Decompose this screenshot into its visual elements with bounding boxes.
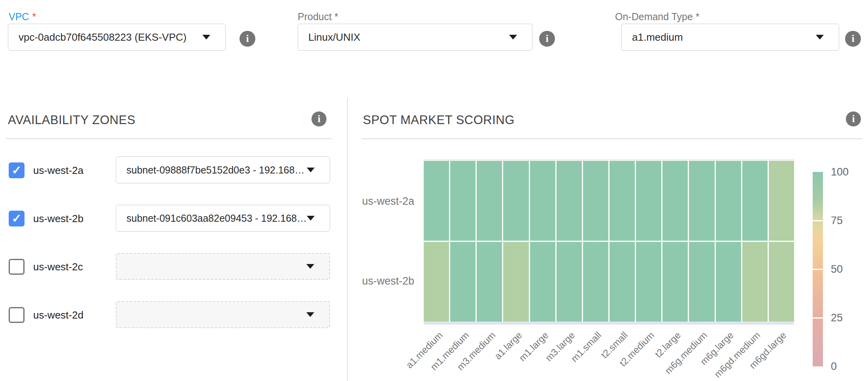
az-checkbox-us-west-2b[interactable]: ✓ (9, 211, 25, 226)
chevron-down-icon (306, 264, 314, 269)
chevron-down-icon (307, 216, 315, 221)
heatmap-cell-us-west-2a-m3.large (557, 161, 582, 241)
heatmap-cell-us-west-2b-m1.small (583, 242, 608, 322)
heatmap-cell-us-west-2b-m3.large (557, 242, 582, 322)
on-demand-type-info-icon[interactable]: i (845, 31, 861, 47)
heatmap-cell-us-west-2a-m1.small (583, 161, 608, 241)
heatmap-col-label-m6gd.medium: m6gd.medium (712, 330, 762, 380)
az-zone-label: us-west-2b (33, 205, 83, 232)
legend-label-75: 75 (831, 215, 843, 227)
heatmap-row-label-us-west-2a: us-west-2a (362, 195, 414, 207)
vpc-label-text: VPC (9, 11, 29, 22)
heatmap-cell-us-west-2a-m1.medium (450, 161, 476, 241)
product-select[interactable]: Linux/UNIX (298, 24, 532, 51)
az-subnet-select-us-west-2b[interactable]: subnet-091c603aa82e09453 - 192.168… (116, 205, 330, 232)
az-subnet-select-us-west-2a[interactable]: subnet-09888f7be5152d0e3 - 192.168… (116, 157, 330, 183)
heatmap-cell-us-west-2a-t2.small (609, 161, 635, 241)
az-checkbox-us-west-2d[interactable] (9, 307, 25, 323)
chevron-down-icon (306, 312, 314, 317)
legend-label-50: 50 (831, 263, 843, 275)
spot-market-scoring-divider (361, 138, 862, 139)
az-subnet-select-value: subnet-091c603aa82e09453 - 192.168… (126, 213, 307, 224)
vpc-required-asterisk: * (32, 11, 36, 22)
product-label: Product * (298, 11, 338, 23)
vpc-select-value: vpc-0adcb70f645508223 (EKS-VPC) (19, 31, 202, 43)
spot-configuration-page: VPC* vpc-0adcb70f645508223 (EKS-VPC) i P… (0, 0, 868, 381)
heatmap-top-strip (424, 159, 794, 160)
az-subnet-select-value: subnet-09888f7be5152d0e3 - 192.168… (126, 164, 307, 176)
heatmap-cell-us-west-2b-m6g.large (716, 242, 741, 322)
vpc-label: VPC* (9, 11, 36, 23)
heatmap-cell-us-west-2a-m6g.medium (689, 161, 714, 241)
heatmap-cell-us-west-2a-m3.medium (477, 161, 502, 241)
heatmap-row-label-us-west-2b: us-west-2b (362, 275, 414, 287)
availability-zone-row: ✓us-west-2asubnet-09888f7be5152d0e3 - 19… (0, 157, 347, 184)
heatmap-cell-us-west-2a-t2.medium (636, 161, 661, 241)
heatmap-cell-us-west-2b-t2.medium (636, 242, 661, 322)
vpc-info-icon[interactable]: i (240, 31, 255, 47)
az-checkbox-us-west-2a[interactable]: ✓ (9, 162, 25, 178)
section-divider (347, 98, 348, 381)
chevron-down-icon (202, 35, 210, 40)
legend-label-0: 0 (831, 360, 837, 373)
heatmap-cell-us-west-2b-m3.medium (477, 242, 502, 322)
spot-market-heatmap (424, 161, 794, 322)
heatmap-cell-us-west-2b-m6gd.large (769, 242, 794, 322)
product-info-icon[interactable]: i (539, 31, 555, 47)
heatmap-cell-us-west-2b-a1.medium (424, 242, 449, 322)
availability-zone-row: ✓us-west-2bsubnet-091c603aa82e09453 - 19… (0, 205, 347, 232)
heatmap-color-legend (813, 172, 823, 366)
availability-zones-divider (6, 138, 332, 139)
availability-zones-info-icon[interactable]: i (311, 111, 326, 126)
heatmap-cell-us-west-2b-m1.large (530, 242, 555, 322)
spot-market-scoring-info-icon[interactable]: i (846, 111, 861, 126)
product-select-value: Linux/UNIX (308, 31, 509, 43)
heatmap-cell-us-west-2b-m1.medium (450, 242, 476, 322)
legend-label-100: 100 (831, 166, 849, 178)
az-checkbox-us-west-2c[interactable] (9, 259, 25, 275)
on-demand-type-select[interactable]: a1.medium (621, 24, 839, 51)
heatmap-cell-us-west-2b-m6gd.medium (742, 242, 768, 322)
az-subnet-select-us-west-2d (116, 301, 330, 328)
az-zone-label: us-west-2d (33, 301, 83, 329)
availability-zones-title: AVAILABILITY ZONES (8, 113, 136, 127)
legend-label-25: 25 (831, 312, 843, 324)
heatmap-cell-us-west-2a-t2.large (662, 161, 688, 241)
az-zone-label: us-west-2c (33, 253, 83, 281)
heatmap-bottom-axis-strip (424, 322, 794, 324)
heatmap-cell-us-west-2b-t2.small (609, 242, 635, 322)
chevron-down-icon (816, 35, 824, 40)
heatmap-cell-us-west-2a-m6g.large (716, 161, 741, 241)
chevron-down-icon (509, 35, 517, 40)
availability-zone-row: us-west-2c (0, 253, 347, 281)
availability-zone-row: us-west-2d (0, 301, 347, 329)
heatmap-cell-us-west-2a-a1.large (503, 161, 528, 241)
vpc-select[interactable]: vpc-0adcb70f645508223 (EKS-VPC) (8, 24, 226, 51)
az-zone-label: us-west-2a (33, 157, 83, 184)
heatmap-cell-us-west-2b-t2.large (662, 242, 688, 322)
heatmap-cell-us-west-2a-a1.medium (424, 161, 449, 241)
az-subnet-select-us-west-2c (116, 253, 330, 280)
check-icon: ✓ (11, 213, 21, 224)
check-icon: ✓ (11, 164, 21, 176)
heatmap-cell-us-west-2b-a1.large (503, 242, 528, 322)
chevron-down-icon (307, 168, 315, 172)
heatmap-cell-us-west-2a-m6gd.large (769, 161, 794, 241)
spot-market-scoring-title: SPOT MARKET SCORING (363, 113, 515, 127)
legend-tick-line (813, 220, 823, 221)
legend-tick-line (813, 317, 823, 319)
heatmap-cell-us-west-2a-m1.large (530, 161, 555, 241)
on-demand-type-label: On-Demand Type * (615, 11, 700, 23)
heatmap-cell-us-west-2b-m6g.medium (689, 242, 714, 322)
legend-tick-line (813, 269, 823, 270)
on-demand-type-select-value: a1.medium (632, 31, 816, 43)
heatmap-cell-us-west-2a-m6gd.medium (742, 161, 768, 241)
